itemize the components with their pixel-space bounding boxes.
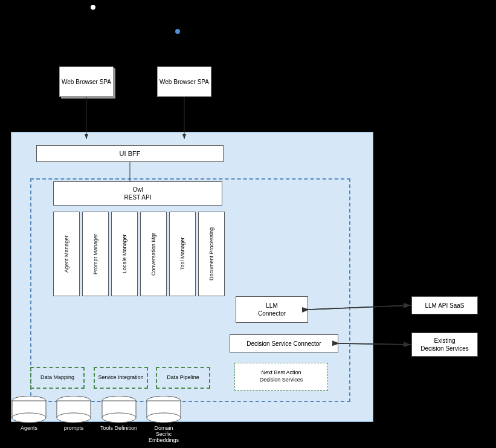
db-agents-label: Agents [21,425,37,431]
white-dot [91,5,95,10]
managers-row: Agent Manager Prompt Manager Locale Mana… [53,212,225,296]
agents-cylinder-icon [11,396,47,423]
document-processing-box: Document Processing [198,212,225,296]
data-mapping-box: Data Mapping [30,367,85,389]
db-embeddings: Domain Secific Embeddings [146,396,182,443]
owl-api-box: OwlREST API [53,181,222,206]
decision-connector-label: Decision Service Connector [246,340,321,347]
db-prompts-label: prompts [64,425,84,431]
db-tools: Tools Definition [100,396,137,443]
db-prompts: prompts [56,396,92,443]
prompt-manager-box: Prompt Manager [82,212,109,296]
databases-row: Agents prompts Tools Definition [11,396,182,443]
browser-box-1: Web Browser SPA [59,67,114,97]
document-processing-label: Document Processing [208,227,215,281]
decision-connector-box: Decision Service Connector [230,334,338,352]
tool-manager-box: Tool Manager [169,212,196,296]
svg-point-8 [102,413,136,423]
owl-api-label: OwlREST API [124,186,152,201]
data-mapping-label: Data Mapping [40,374,74,381]
locale-manager-box: Locale Manager [111,212,138,296]
tools-cylinder-icon [101,396,137,423]
svg-point-2 [12,413,46,423]
agent-manager-label: Agent Manager [63,235,70,273]
blue-dot [175,29,180,34]
conversation-mgr-box: Conversation Mgr [140,212,167,296]
conversation-mgr-label: Conversation Mgr [150,232,157,275]
prompts-cylinder-icon [56,396,92,423]
prompt-manager-label: Prompt Manager [92,233,99,274]
ui-bff-label: UI BFF [120,150,141,157]
llm-connector-box: LLMConnector [236,296,308,323]
svg-point-11 [147,413,181,423]
llm-connector-label: LLMConnector [258,302,286,317]
llm-api-saas-label: LLM API SaaS [425,302,464,310]
nba-box: Next Best ActionDecision Services [234,363,328,391]
data-pipeline-label: Data Pipeline [167,374,199,381]
data-pipeline-box: Data Pipeline [156,367,210,389]
service-integration-label: Service Integration [98,374,143,381]
svg-point-5 [57,413,91,423]
browser-label-2: Web Browser SPA [159,78,209,86]
browser-label-1: Web Browser SPA [62,78,111,86]
agent-manager-box: Agent Manager [53,212,80,296]
embeddings-cylinder-icon [146,396,182,423]
browser-box-2: Web Browser SPA [157,67,211,97]
ui-bff-box: UI BFF [36,145,224,162]
llm-api-saas-box: LLM API SaaS [411,296,478,314]
db-embeddings-label: Domain Secific Embeddings [146,425,182,443]
locale-manager-label: Locale Manager [121,235,128,274]
service-integration-box: Service Integration [94,367,148,389]
db-agents: Agents [11,396,47,443]
existing-decision-label: ExistingDecision Services [420,337,468,352]
tool-manager-label: Tool Manager [179,238,186,271]
nba-label: Next Best ActionDecision Services [260,369,303,383]
db-tools-label: Tools Definition [100,425,137,431]
existing-decision-box: ExistingDecision Services [411,333,478,357]
